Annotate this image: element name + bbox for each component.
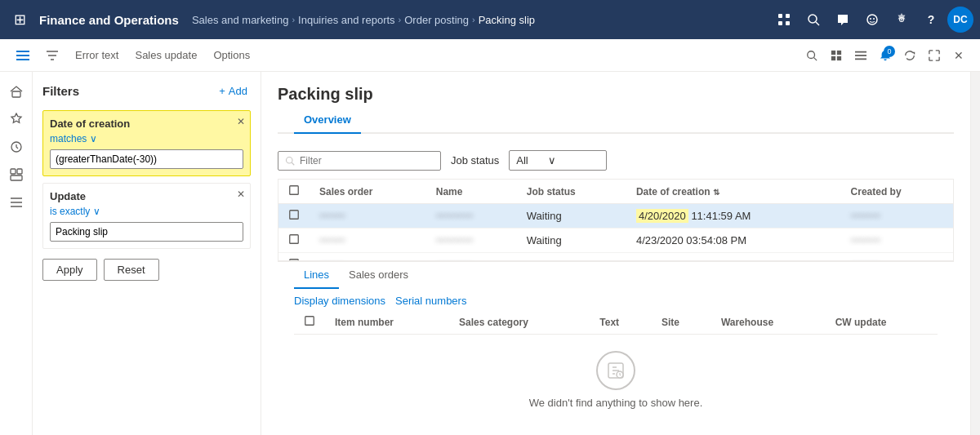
expand-icon[interactable] bbox=[923, 44, 946, 67]
row-sales-order: ••••••• bbox=[310, 253, 426, 262]
filter-panel-title: Filters bbox=[42, 84, 79, 98]
home-icon[interactable] bbox=[3, 78, 29, 104]
table-controls: Job status All ∨ bbox=[278, 150, 954, 171]
row-created-by: •••••••• bbox=[841, 229, 953, 253]
col-sales-order[interactable]: Sales order bbox=[310, 180, 426, 204]
table-row[interactable]: ••••••• •••••••••• Waiting 4/23/2020 03:… bbox=[278, 229, 953, 253]
toolbar-right-icons: 0 ✕ bbox=[800, 44, 970, 67]
svg-rect-9 bbox=[16, 51, 29, 52]
table-filter-box[interactable] bbox=[278, 151, 441, 171]
job-status-value: All bbox=[516, 154, 528, 166]
recents-icon[interactable] bbox=[3, 134, 29, 160]
profile-icon[interactable] bbox=[771, 7, 797, 33]
svg-rect-21 bbox=[12, 91, 20, 97]
modules-icon[interactable] bbox=[3, 189, 29, 215]
options-button[interactable]: Options bbox=[207, 46, 256, 64]
date-filter-close-button[interactable]: ✕ bbox=[237, 116, 245, 127]
sub-col-cw-update[interactable]: CW update bbox=[826, 310, 938, 335]
sub-col-item-number[interactable]: Item number bbox=[325, 310, 449, 335]
sub-col-warehouse[interactable]: Warehouse bbox=[711, 310, 826, 335]
svg-rect-28 bbox=[290, 186, 299, 195]
table-row[interactable]: ••••••• •••••••••• Executed 4/29/2020 07… bbox=[278, 253, 953, 262]
apply-filter-button[interactable]: Apply bbox=[42, 259, 97, 281]
top-bar-actions: ? DC bbox=[771, 7, 973, 33]
table-header-row: Sales order Name Job status Date of crea… bbox=[278, 180, 953, 204]
table-filter-input[interactable] bbox=[300, 155, 434, 166]
row-sales-order: ••••••• bbox=[310, 204, 426, 229]
svg-rect-0 bbox=[778, 14, 782, 18]
row-check[interactable] bbox=[278, 229, 310, 253]
waffle-button[interactable]: ⊞ bbox=[7, 7, 33, 33]
notification-icon[interactable]: 0 bbox=[874, 44, 897, 67]
svg-rect-3 bbox=[786, 21, 790, 25]
svg-rect-1 bbox=[786, 14, 790, 18]
filter-panel: Filters + Add Date of creation ✕ matches… bbox=[33, 72, 261, 435]
comments-icon[interactable] bbox=[830, 7, 856, 33]
serial-numbers-link[interactable]: Serial numbers bbox=[395, 295, 466, 307]
tab-overview[interactable]: Overview bbox=[294, 107, 361, 134]
filter-toggle-icon[interactable] bbox=[39, 42, 65, 69]
list-icon[interactable] bbox=[849, 44, 872, 67]
col-job-status[interactable]: Job status bbox=[517, 180, 626, 204]
update-filter-close-button[interactable]: ✕ bbox=[237, 189, 245, 200]
breadcrumb-inquiries[interactable]: Inquiries and reports bbox=[298, 14, 395, 26]
filter-actions: Apply Reset bbox=[42, 259, 251, 281]
search-toolbar-icon[interactable] bbox=[800, 44, 823, 67]
add-filter-button[interactable]: + Add bbox=[216, 82, 251, 100]
row-name: •••••••••• bbox=[426, 204, 517, 229]
close-icon[interactable]: ✕ bbox=[947, 44, 970, 67]
row-check[interactable] bbox=[278, 204, 310, 229]
col-check bbox=[278, 180, 310, 204]
col-date-creation[interactable]: Date of creation ⇅ bbox=[626, 180, 841, 204]
row-job-status: Waiting bbox=[517, 229, 626, 253]
sub-col-sales-category[interactable]: Sales category bbox=[449, 310, 590, 335]
svg-rect-17 bbox=[837, 55, 841, 60]
empty-message: We didn't find anything to show here. bbox=[529, 397, 703, 409]
favorites-icon[interactable] bbox=[3, 106, 29, 132]
svg-rect-18 bbox=[855, 51, 866, 52]
display-dimensions-link[interactable]: Display dimensions bbox=[294, 295, 385, 307]
breadcrumb-sales-marketing[interactable]: Sales and marketing bbox=[192, 14, 289, 26]
row-job-status: Waiting bbox=[517, 204, 626, 229]
row-job-status: Executed bbox=[517, 253, 626, 262]
workspaces-icon[interactable] bbox=[3, 162, 29, 188]
row-check[interactable] bbox=[278, 253, 310, 262]
emoji-icon[interactable] bbox=[859, 7, 885, 33]
tab-lines[interactable]: Lines bbox=[294, 262, 339, 289]
user-avatar[interactable]: DC bbox=[947, 7, 973, 33]
error-text-button[interactable]: Error text bbox=[69, 46, 125, 64]
grid-icon[interactable] bbox=[825, 44, 848, 67]
row-date: 4/20/2020 11:41:59 AM bbox=[626, 204, 841, 229]
svg-rect-30 bbox=[290, 235, 299, 244]
hamburger-menu-icon[interactable] bbox=[10, 42, 36, 69]
sub-col-text[interactable]: Text bbox=[590, 310, 652, 335]
job-status-select[interactable]: All ∨ bbox=[509, 150, 607, 171]
svg-rect-29 bbox=[290, 211, 299, 220]
help-icon[interactable]: ? bbox=[918, 7, 944, 33]
tab-sales-orders[interactable]: Sales orders bbox=[339, 262, 418, 289]
date-filter-input[interactable] bbox=[50, 149, 243, 169]
reset-filter-button[interactable]: Reset bbox=[104, 259, 159, 281]
col-created-by[interactable]: Created by bbox=[841, 180, 953, 204]
settings-icon[interactable] bbox=[889, 7, 915, 33]
update-filter-match-type[interactable]: is exactly ∨ bbox=[50, 206, 243, 217]
refresh-icon[interactable] bbox=[898, 44, 921, 67]
top-bar: ⊞ Finance and Operations Sales and marke… bbox=[0, 0, 980, 39]
table-row[interactable]: ••••••• •••••••••• Waiting 4/20/2020 11:… bbox=[278, 204, 953, 229]
svg-point-12 bbox=[808, 51, 815, 58]
svg-point-26 bbox=[287, 157, 293, 163]
sales-update-button[interactable]: Sales update bbox=[128, 46, 203, 64]
col-name[interactable]: Name bbox=[426, 180, 517, 204]
data-table: Sales order Name Job status Date of crea… bbox=[278, 180, 953, 261]
date-filter-match-type[interactable]: matches ∨ bbox=[50, 133, 243, 144]
breadcrumb-order-posting[interactable]: Order posting bbox=[404, 14, 469, 26]
svg-rect-16 bbox=[831, 55, 835, 60]
svg-rect-19 bbox=[855, 55, 866, 56]
row-date: 4/23/2020 03:54:08 PM bbox=[626, 229, 841, 253]
update-filter-input[interactable] bbox=[50, 222, 243, 242]
job-status-label: Job status bbox=[451, 154, 499, 166]
breadcrumb: Sales and marketing › Inquiries and repo… bbox=[192, 14, 535, 26]
bottom-actions: Display dimensions Serial numbers bbox=[294, 288, 938, 310]
search-icon[interactable] bbox=[800, 7, 826, 33]
sub-col-site[interactable]: Site bbox=[652, 310, 711, 335]
